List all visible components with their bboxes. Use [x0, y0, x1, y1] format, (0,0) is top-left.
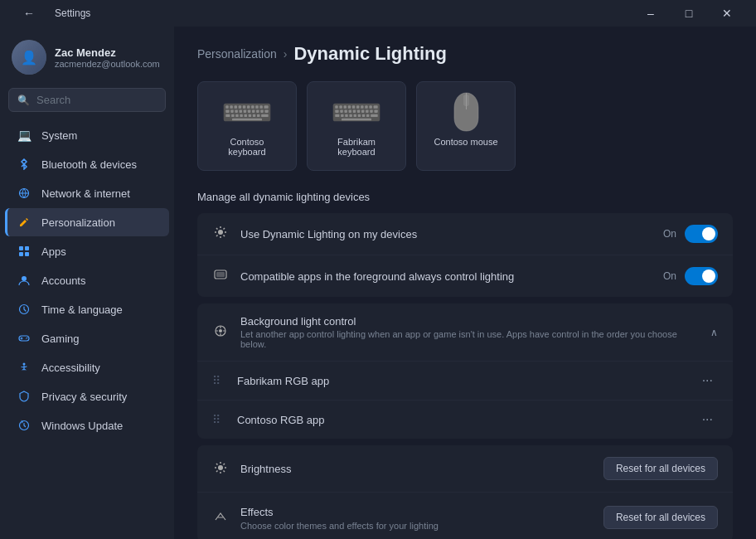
- dynamic-lighting-right: On: [663, 225, 718, 243]
- svg-rect-31: [225, 114, 230, 116]
- title-bar-controls: – □ ✕: [632, 0, 746, 27]
- svg-rect-46: [352, 105, 355, 108]
- sidebar-item-accessibility[interactable]: Accessibility: [5, 353, 169, 381]
- user-email: zacmendez@outlook.com: [55, 59, 160, 69]
- svg-rect-40: [232, 118, 262, 120]
- svg-rect-30: [264, 109, 268, 112]
- search-icon: 🔍: [17, 95, 30, 106]
- svg-rect-14: [239, 105, 241, 108]
- foreground-apps-toggle-label: On: [663, 270, 676, 282]
- sidebar-item-label: Time & language: [41, 303, 123, 316]
- effects-reset-button[interactable]: Reset for all devices: [603, 506, 718, 529]
- background-control-header[interactable]: Background light control Let another app…: [197, 303, 733, 362]
- main-content: Personalization › Dynamic Lighting: [174, 27, 756, 539]
- svg-rect-62: [335, 114, 339, 116]
- title-bar-left: ← Settings: [10, 0, 90, 27]
- foreground-apps-label: Compatible apps in the foreground always…: [240, 270, 514, 283]
- drag-handle-1[interactable]: ⠿: [212, 374, 225, 387]
- system-icon: 💻: [17, 128, 32, 143]
- sidebar-item-system[interactable]: 💻 System: [5, 121, 169, 149]
- sidebar-item-privacy[interactable]: Privacy & security: [5, 382, 169, 410]
- chevron-up-icon: ∧: [710, 327, 718, 338]
- dynamic-lighting-row: Use Dynamic Lighting on my devices On: [197, 213, 733, 255]
- device-card-fabrikam-keyboard[interactable]: Fabrikam keyboard: [307, 81, 406, 171]
- device-name-contoso-mouse: Contoso mouse: [434, 137, 497, 147]
- brightness-reset-button[interactable]: Reset for all devices: [603, 457, 718, 480]
- sidebar-item-label: Accessibility: [41, 362, 100, 374]
- user-info: Zac Mendez zacmendez@outlook.com: [55, 46, 160, 69]
- sidebar-item-network[interactable]: Network & internet: [5, 179, 169, 207]
- svg-rect-33: [235, 114, 238, 116]
- svg-rect-42: [335, 105, 337, 108]
- sidebar-item-bluetooth[interactable]: Bluetooth & devices: [5, 150, 169, 178]
- svg-point-86: [219, 329, 222, 333]
- svg-rect-28: [256, 109, 259, 112]
- minimize-button[interactable]: –: [632, 0, 670, 27]
- search-input[interactable]: [36, 94, 157, 106]
- svg-rect-71: [342, 118, 371, 120]
- effects-label: Effects: [240, 506, 274, 518]
- svg-rect-24: [240, 109, 242, 112]
- fabrikam-rgb-more-button[interactable]: ···: [697, 371, 718, 390]
- user-profile[interactable]: 👤 Zac Mendez zacmendez@outlook.com: [0, 27, 174, 88]
- svg-rect-17: [251, 105, 254, 108]
- device-name-fabrikam-keyboard: Fabrikam keyboard: [321, 137, 392, 157]
- svg-rect-26: [248, 109, 250, 112]
- foreground-apps-content: Compatible apps in the foreground always…: [240, 269, 652, 284]
- contoso-rgb-more-button[interactable]: ···: [697, 410, 718, 429]
- search-box[interactable]: 🔍: [8, 88, 166, 112]
- svg-rect-37: [253, 114, 255, 116]
- dynamic-lighting-toggle[interactable]: [685, 225, 718, 243]
- keyboard-icon: [222, 95, 272, 129]
- sidebar-item-label: Bluetooth & devices: [41, 158, 137, 171]
- device-card-contoso-mouse[interactable]: Contoso mouse: [416, 81, 516, 171]
- sidebar-item-time[interactable]: Time & language: [5, 295, 169, 323]
- foreground-apps-toggle[interactable]: [685, 267, 718, 285]
- sidebar-item-label: System: [41, 129, 77, 142]
- back-button[interactable]: ←: [10, 0, 48, 27]
- device-cards: Contoso keyboard: [197, 81, 733, 171]
- svg-rect-15: [243, 105, 245, 108]
- breadcrumb-parent[interactable]: Personalization: [197, 47, 277, 61]
- sidebar-item-update[interactable]: Windows Update: [5, 411, 169, 439]
- brightness-row: Brightness Reset for all devices: [197, 445, 733, 493]
- foreground-apps-row: Compatible apps in the foreground always…: [197, 255, 733, 297]
- effects-row: Effects Choose color themes and effects …: [197, 493, 733, 539]
- accounts-icon: [17, 273, 32, 288]
- page-title: Dynamic Lighting: [293, 43, 447, 65]
- svg-rect-69: [366, 114, 369, 116]
- bluetooth-icon: [17, 157, 32, 172]
- drag-handle-2[interactable]: ⠿: [212, 413, 225, 426]
- svg-rect-34: [240, 114, 242, 116]
- sidebar-item-accounts[interactable]: Accounts: [5, 266, 169, 294]
- svg-rect-3: [19, 252, 23, 256]
- svg-rect-60: [370, 109, 372, 112]
- svg-rect-57: [357, 109, 360, 112]
- personalization-icon: [17, 215, 32, 230]
- gaming-icon: [17, 331, 32, 346]
- svg-rect-48: [361, 105, 363, 108]
- accessibility-icon: [17, 360, 32, 375]
- svg-rect-18: [255, 105, 258, 108]
- svg-rect-65: [349, 114, 351, 116]
- sidebar-item-personalization[interactable]: Personalization: [5, 208, 169, 236]
- device-card-contoso-keyboard[interactable]: Contoso keyboard: [197, 81, 297, 171]
- background-control-title: Background light control: [240, 315, 699, 328]
- avatar: 👤: [12, 40, 46, 75]
- svg-rect-23: [235, 109, 237, 112]
- svg-point-5: [22, 276, 27, 281]
- close-button[interactable]: ✕: [708, 0, 746, 27]
- svg-rect-21: [225, 109, 229, 112]
- toggle-settings: Use Dynamic Lighting on my devices On Co…: [197, 213, 733, 297]
- sidebar-item-apps[interactable]: Apps: [5, 237, 169, 265]
- sidebar-item-gaming[interactable]: Gaming: [5, 324, 169, 352]
- maximize-button[interactable]: □: [670, 0, 708, 27]
- sidebar-item-label: Privacy & security: [41, 391, 127, 403]
- svg-point-91: [218, 465, 223, 470]
- svg-rect-66: [354, 114, 356, 116]
- svg-rect-32: [231, 114, 234, 116]
- svg-rect-39: [261, 114, 269, 116]
- section-title: Manage all dynamic lighting devices: [197, 191, 733, 203]
- svg-rect-16: [247, 105, 250, 108]
- svg-rect-4: [25, 252, 29, 256]
